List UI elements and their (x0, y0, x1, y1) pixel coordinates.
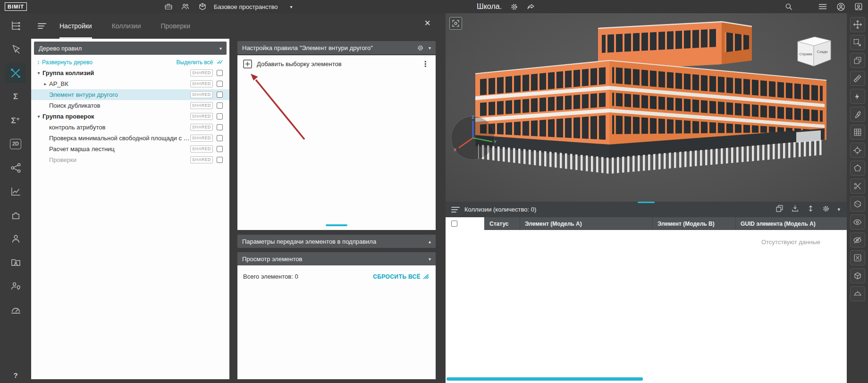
workspace-select[interactable]: Базовое пространство ▾ (214, 3, 293, 10)
tree-item-checks[interactable]: Проверки SHARED (31, 154, 229, 165)
cube-icon[interactable] (850, 268, 865, 283)
column-status[interactable]: Статус (484, 217, 520, 230)
horizontal-scrollbar[interactable] (446, 377, 847, 381)
select-cursor-icon[interactable] (5, 40, 26, 60)
building-model[interactable] (472, 21, 830, 188)
row-checkbox[interactable] (217, 157, 223, 163)
eye-off-icon[interactable] (850, 232, 865, 247)
sum-plus-icon[interactable]: Σ⁺ (5, 111, 26, 130)
eye-icon[interactable] (850, 214, 865, 230)
structure-tree-icon[interactable] (5, 16, 26, 36)
clash-detection-icon[interactable] (5, 63, 26, 83)
row-checkbox[interactable] (217, 146, 223, 152)
pan-icon[interactable] (850, 17, 865, 32)
profile-icon[interactable] (854, 2, 863, 11)
graph-nodes-icon[interactable] (5, 158, 26, 178)
duplicate-icon[interactable] (775, 204, 784, 214)
row-checkbox[interactable] (217, 92, 223, 98)
grid-table-icon[interactable] (850, 125, 865, 140)
user-folder-icon[interactable] (5, 252, 26, 272)
scrollbar-thumb[interactable] (447, 377, 643, 381)
model-space-icon[interactable] (198, 2, 207, 11)
caret-down-icon[interactable]: ▾ (35, 114, 42, 119)
gauge-icon[interactable] (5, 299, 26, 319)
rule-tree-header[interactable]: Дерево правил ▾ (34, 42, 227, 55)
tree-item-duplicates-search[interactable]: Поиск дубликатов SHARED (31, 100, 229, 111)
expand-tree-link[interactable]: ↕ Развернуть дерево (37, 59, 93, 66)
help-icon[interactable]: ? (0, 371, 31, 379)
chevron-down-icon[interactable]: ▾ (429, 256, 431, 262)
select-all-link[interactable]: Выделить всё ✓✓ (177, 59, 224, 66)
select-area-icon[interactable] (850, 35, 865, 50)
column-element-model-b[interactable]: Элемент (Модель B) (652, 217, 735, 230)
search-icon[interactable] (784, 2, 793, 11)
view-cube-face-right-label[interactable]: Сзади (817, 50, 827, 54)
panel-menu-icon[interactable] (38, 23, 46, 29)
measure-icon[interactable] (850, 71, 865, 86)
clip-box-icon[interactable] (850, 196, 865, 212)
project-settings-gear-icon[interactable] (509, 2, 519, 11)
view-cube[interactable]: Справа Сзади (794, 33, 834, 71)
close-panel-icon[interactable]: × (424, 18, 430, 28)
tree-item-ar-vk[interactable]: ▸ АР_ВК SHARED (31, 78, 229, 89)
tools-icon[interactable] (850, 107, 865, 122)
tree-item-stair-flight-calc[interactable]: Расчет марша лестниц SHARED (31, 144, 229, 154)
caret-right-icon[interactable]: ▸ (42, 81, 49, 86)
rule-gear-icon[interactable] (417, 44, 424, 51)
focus-target-icon[interactable] (850, 143, 865, 158)
transfer-params-header[interactable]: Параметры передачи элементов в подправил… (237, 235, 436, 248)
copy-view-icon[interactable] (850, 53, 865, 68)
sum-icon[interactable]: Σ (5, 87, 26, 107)
caret-down-icon[interactable]: ▾ (35, 70, 42, 76)
dome-icon[interactable] (850, 286, 865, 301)
chevron-down-icon[interactable]: ▾ (219, 46, 222, 51)
chevron-down-icon[interactable]: ▾ (429, 45, 431, 51)
chart-check-icon[interactable] (5, 181, 26, 201)
collisions-menu-icon[interactable] (451, 207, 460, 213)
row-checkbox[interactable] (217, 70, 223, 76)
scroll-indicator[interactable] (326, 224, 347, 226)
row-checkbox[interactable] (217, 124, 223, 130)
add-selection-icon[interactable] (243, 60, 252, 68)
view-cube-face-left-label[interactable]: Справа (799, 52, 812, 56)
tree-item-group-collisions[interactable]: ▾ Группа коллизий SHARED (31, 68, 229, 78)
select-all-checkbox[interactable] (451, 221, 457, 227)
kebab-menu-icon[interactable]: ⋮ (420, 60, 431, 68)
share-icon[interactable] (526, 2, 536, 11)
chevron-up-icon[interactable]: ▴ (429, 239, 431, 244)
tab-checks[interactable]: Проверки (161, 13, 190, 39)
camera-fit-icon[interactable] (449, 17, 462, 30)
tree-item-min-free-area-check[interactable]: Проверка минимальной свободной площади с… (31, 133, 229, 144)
row-checkbox[interactable] (217, 113, 223, 119)
tree-item-group-checks[interactable]: ▾ Группа проверок SHARED (31, 111, 229, 122)
import-icon[interactable] (791, 204, 799, 214)
team-icon[interactable] (181, 2, 190, 11)
tab-collisions[interactable]: Коллизии (112, 13, 141, 39)
align-icon[interactable] (807, 204, 815, 214)
2d-view-icon[interactable]: 2D (5, 134, 26, 154)
menu-list-icon[interactable] (818, 2, 827, 11)
plugin-puzzle-icon[interactable] (5, 205, 26, 225)
viewport-3d[interactable]: Z X Y Справа Сзади (446, 13, 847, 202)
account-icon[interactable] (836, 2, 845, 11)
flash-icon[interactable] (850, 89, 865, 104)
toolbox-icon[interactable] (164, 2, 173, 11)
user-icon[interactable] (5, 229, 26, 248)
tree-item-attribute-control[interactable]: контроль атрибутов SHARED (31, 122, 229, 133)
add-selection-label[interactable]: Добавить выборку элементов (257, 60, 420, 68)
collapse-panel-icon[interactable]: ▾ (837, 206, 840, 213)
tree-item-element-inside-other[interactable]: Элемент внтури другого SHARED (31, 89, 229, 100)
row-checkbox[interactable] (217, 102, 223, 109)
view-elements-header[interactable]: Просмотр элементов ▾ (237, 252, 436, 265)
collisions-gear-icon[interactable] (822, 205, 830, 214)
section-icon[interactable] (850, 179, 865, 194)
hide-selection-icon[interactable] (850, 250, 865, 265)
tab-settings[interactable]: Настройки (59, 13, 92, 39)
column-guid-model-a[interactable]: GUID элемента (Модель A) (735, 217, 847, 230)
row-checkbox[interactable] (217, 135, 223, 141)
axis-gizmo[interactable]: Z X Y (448, 113, 497, 162)
user-pin-icon[interactable] (5, 276, 26, 296)
row-checkbox[interactable] (217, 81, 223, 87)
reset-all-button[interactable]: СБРОСИТЬ ВСЁ (373, 273, 430, 280)
polygon-icon[interactable] (850, 161, 865, 176)
